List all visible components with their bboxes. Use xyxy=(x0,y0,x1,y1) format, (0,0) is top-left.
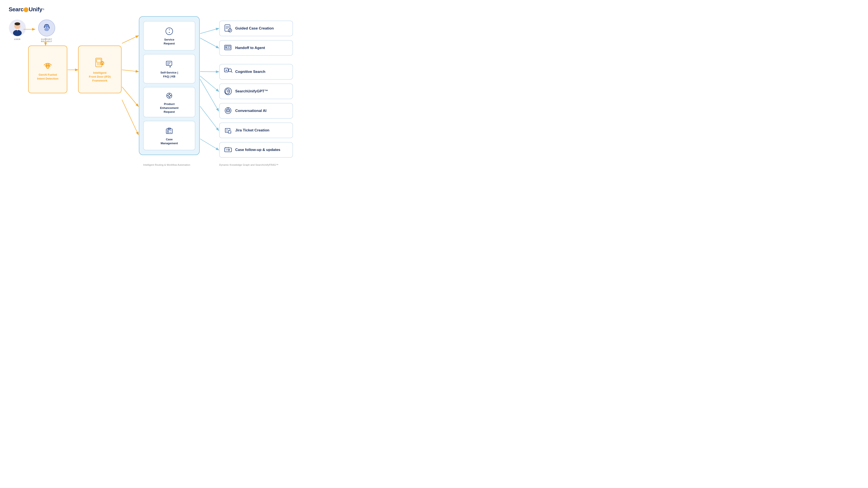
self-service-label: Self-Service |FAQ | KB xyxy=(160,71,178,78)
svg-point-34 xyxy=(167,130,168,131)
service-request-box: ? ServiceRequest xyxy=(143,21,195,51)
ifd-box: IntelligentFront Door (IFD)Framework xyxy=(78,45,122,93)
svg-rect-8 xyxy=(44,27,45,28)
case-management-label: CaseManagement xyxy=(161,137,178,145)
chat-icon xyxy=(223,106,232,116)
case-management-icon xyxy=(165,127,174,135)
svg-point-15 xyxy=(97,63,98,64)
svg-line-84 xyxy=(200,76,219,91)
guided-case-label: Guided Case Creation xyxy=(235,26,274,31)
svg-point-63 xyxy=(228,110,229,111)
self-service-box: Self-Service |FAQ | KB xyxy=(143,54,195,84)
support-section: SUPPORT REQUEST xyxy=(36,20,58,42)
svg-point-35 xyxy=(167,132,168,133)
gpt-icon-wrap xyxy=(223,87,232,96)
logo-prefix: Searc xyxy=(9,6,24,13)
svg-line-80 xyxy=(122,100,138,134)
svg-point-59 xyxy=(227,91,229,92)
genai-label: GenAI FueledIntent Detection xyxy=(37,73,58,81)
svg-line-57 xyxy=(231,71,232,72)
followup-icon xyxy=(223,145,232,155)
jira-ticket-box: Jira Ticket Creation xyxy=(219,123,293,138)
svg-line-85 xyxy=(200,79,219,111)
user-person-icon xyxy=(9,20,26,36)
svg-point-3 xyxy=(14,22,20,25)
svg-rect-32 xyxy=(166,129,172,134)
jira-icon xyxy=(223,126,232,135)
svg-point-19 xyxy=(98,64,99,65)
svg-line-81 xyxy=(200,28,219,34)
conversational-ai-box: Conversational AI xyxy=(219,103,293,119)
jira-icon-wrap xyxy=(223,126,232,135)
handoff-agent-box: Handoff to Agent xyxy=(219,40,293,56)
svg-point-66 xyxy=(228,108,228,109)
followup-icon-wrap xyxy=(223,145,232,155)
svg-line-86 xyxy=(200,106,219,130)
svg-point-62 xyxy=(227,110,228,111)
genai-icon: AI xyxy=(42,59,54,71)
user-section: USER xyxy=(6,20,28,40)
product-enhancement-icon xyxy=(165,91,174,100)
cognitive-search-label: Cognitive Search xyxy=(235,69,266,74)
svg-text:?: ? xyxy=(168,28,170,31)
ifd-icon xyxy=(94,57,106,69)
knowledge-label: Dynamic Knowledge Graph and SearchUnifyF… xyxy=(219,164,278,166)
cognitive-search-icon-wrap: AI xyxy=(223,67,232,76)
svg-rect-38 xyxy=(225,25,230,31)
service-request-icon: ? xyxy=(165,27,174,36)
svg-point-25 xyxy=(169,32,170,33)
followup-label: Case follow-up & updates xyxy=(235,148,280,152)
logo-o-icon xyxy=(24,7,28,12)
logo-suffix: Unify xyxy=(29,6,42,13)
svg-rect-14 xyxy=(97,59,101,62)
svg-point-18 xyxy=(97,64,98,65)
conv-ai-label: Conversational AI xyxy=(235,108,267,113)
svg-point-16 xyxy=(98,63,99,64)
support-icon xyxy=(41,23,52,33)
svg-text:AI: AI xyxy=(225,69,227,71)
user-label: USER xyxy=(14,38,21,40)
product-enhancement-box: ProductEnhancementRequest xyxy=(143,87,195,118)
svg-rect-26 xyxy=(166,61,172,65)
svg-rect-22 xyxy=(101,63,103,65)
svg-line-79 xyxy=(122,87,138,106)
case-management-box: CaseManagement xyxy=(143,121,195,150)
agent-icon xyxy=(223,43,232,53)
gpt-label: SearchUnifyGPT™ xyxy=(235,89,268,94)
self-service-icon xyxy=(165,60,174,69)
guided-case-creation-box: Guided Case Creation xyxy=(219,21,293,36)
svg-point-31 xyxy=(168,95,170,97)
svg-line-78 xyxy=(122,70,138,72)
conv-ai-icon-wrap xyxy=(223,106,232,116)
svg-point-48 xyxy=(226,47,227,48)
support-circle xyxy=(38,20,55,36)
user-avatar xyxy=(9,20,26,36)
svg-point-20 xyxy=(100,64,101,65)
ifd-label: IntelligentFront Door (IFD)Framework xyxy=(89,71,111,83)
svg-point-7 xyxy=(44,28,49,31)
svg-line-87 xyxy=(200,139,219,150)
cognitive-search-box: AI Cognitive Search xyxy=(219,64,293,79)
ai-search-icon: AI xyxy=(223,67,232,76)
logo: Searc Unify ® xyxy=(9,6,44,13)
svg-line-82 xyxy=(200,38,219,48)
guided-case-icon xyxy=(223,24,232,33)
svg-line-77 xyxy=(122,36,138,43)
case-followup-box: Case follow-up & updates xyxy=(219,142,293,158)
support-label: SUPPORT REQUEST xyxy=(36,38,58,42)
svg-text:AI: AI xyxy=(47,65,49,67)
searchunifygpt-box: SearchUnifyGPT™ xyxy=(219,84,293,99)
logo-trademark: ® xyxy=(43,8,44,11)
routing-label: Intelligent Routing & Workflow Automatio… xyxy=(143,164,190,166)
handoff-icon xyxy=(223,43,232,53)
document-icon xyxy=(223,24,232,33)
genai-box: AI GenAI FueledIntent Detection xyxy=(28,45,67,93)
handoff-label: Handoff to Agent xyxy=(235,45,265,50)
service-request-label: ServiceRequest xyxy=(164,38,175,45)
svg-point-6 xyxy=(45,25,49,28)
gpt-icon xyxy=(223,87,232,96)
svg-rect-9 xyxy=(49,27,49,28)
jira-label: Jira Ticket Creation xyxy=(235,128,269,133)
product-enhancement-label: ProductEnhancementRequest xyxy=(160,102,178,114)
routing-container: ? ServiceRequest Self-Service |FAQ | KB … xyxy=(139,16,199,155)
